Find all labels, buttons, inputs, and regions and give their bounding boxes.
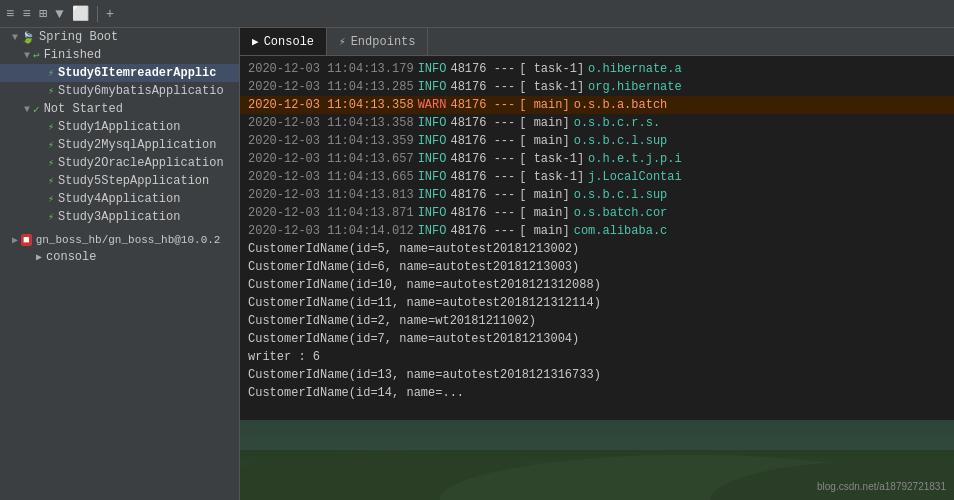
- sidebar-label-gn-boss: gn_boss_hb/gn_boss_hb@10.0.2: [36, 234, 221, 246]
- tabs-bar: ▶ Console ⚡ Endpoints: [240, 28, 954, 56]
- console-tab-icon: ▶: [252, 35, 259, 48]
- console-output[interactable]: 2020-12-03 11:04:13.179 INFO 48176 --- […: [240, 56, 954, 500]
- sidebar-item-study3[interactable]: ⚡ Study3Application: [0, 208, 239, 226]
- arrow-icon-not-started: ▼: [24, 104, 30, 115]
- sidebar-item-study6itemreader[interactable]: ⚡ Study6ItemreaderApplic: [0, 64, 239, 82]
- data-line-6: CustomerIdName(id=7, name=autotest201812…: [240, 330, 954, 348]
- sidebar-item-study2mysql[interactable]: ⚡ Study2MysqlApplication: [0, 136, 239, 154]
- sidebar-label-study2mysql: Study2MysqlApplication: [58, 138, 216, 152]
- toolbar-icon-2[interactable]: ≡: [22, 6, 30, 22]
- toolbar: ≡ ≡ ⊞ ▼ ⬜ +: [0, 0, 954, 28]
- log-line-4: 2020-12-03 11:04:13.358 INFO 48176 --- […: [240, 114, 954, 132]
- log-line-5: 2020-12-03 11:04:13.359 INFO 48176 --- […: [240, 132, 954, 150]
- data-line-8: CustomerIdName(id=14, name=...: [240, 384, 954, 402]
- console-area: ▶ Console ⚡ Endpoints 2020-12-03 11:04:1…: [240, 28, 954, 500]
- spring-boot-icon: 🍃: [21, 31, 35, 44]
- finished-icon: ↩: [33, 49, 40, 62]
- log-line-7: 2020-12-03 11:04:13.665 INFO 48176 --- […: [240, 168, 954, 186]
- main-layout: ▼ 🍃 Spring Boot ▼ ↩ Finished ⚡ Study6Ite…: [0, 28, 954, 500]
- data-line-1: CustomerIdName(id=5, name=autotest201812…: [240, 240, 954, 258]
- arrow-icon-gn-boss: ▶: [12, 234, 18, 246]
- svg-point-3: [710, 460, 954, 500]
- app-icon-study1: ⚡: [48, 121, 54, 133]
- arrow-icon: ▼: [12, 32, 18, 43]
- log-line-3: 2020-12-03 11:04:13.358 WARN 48176 --- […: [240, 96, 954, 114]
- sidebar-item-finished[interactable]: ▼ ↩ Finished: [0, 46, 239, 64]
- toolbar-icon-1[interactable]: ≡: [6, 6, 14, 22]
- sidebar-label-study3: Study3Application: [58, 210, 180, 224]
- app-icon-study4: ⚡: [48, 193, 54, 205]
- sidebar-item-study5step[interactable]: ⚡ Study5StepApplication: [0, 172, 239, 190]
- sidebar-label-study2oracle: Study2OracleApplication: [58, 156, 224, 170]
- data-line-4: CustomerIdName(id=11, name=autotest20181…: [240, 294, 954, 312]
- app-icon-study6mybatis: ⚡: [48, 85, 54, 97]
- tab-console[interactable]: ▶ Console: [240, 28, 327, 55]
- toolbar-icon-5[interactable]: ⬜: [72, 5, 89, 22]
- log-line-9: 2020-12-03 11:04:13.871 INFO 48176 --- […: [240, 204, 954, 222]
- watermark-text: blog.csdn.net/a18792721831: [817, 481, 946, 492]
- sidebar-item-spring-boot[interactable]: ▼ 🍃 Spring Boot: [0, 28, 239, 46]
- tab-console-label: Console: [264, 35, 314, 49]
- sidebar-item-study2oracle[interactable]: ⚡ Study2OracleApplication: [0, 154, 239, 172]
- data-line-writer: writer : 6: [240, 348, 954, 366]
- arrow-icon-finished: ▼: [24, 50, 30, 61]
- app-icon-study2mysql: ⚡: [48, 139, 54, 151]
- tab-endpoints-label: Endpoints: [351, 35, 416, 49]
- tab-endpoints[interactable]: ⚡ Endpoints: [327, 28, 428, 55]
- svg-point-1: [240, 450, 590, 500]
- app-icon-study5step: ⚡: [48, 175, 54, 187]
- toolbar-filter-icon[interactable]: ▼: [55, 6, 63, 22]
- sidebar-label-study1: Study1Application: [58, 120, 180, 134]
- app-icon-study6itemreader: ⚡: [48, 67, 54, 79]
- sidebar-label-study5step: Study5StepApplication: [58, 174, 209, 188]
- toolbar-add-icon[interactable]: +: [106, 6, 114, 22]
- sidebar-label-study6mybatis: Study6mybatisApplicatio: [58, 84, 224, 98]
- sidebar-item-study6mybatis[interactable]: ⚡ Study6mybatisApplicatio: [0, 82, 239, 100]
- sidebar-item-gn-boss[interactable]: ▶ ■ gn_boss_hb/gn_boss_hb@10.0.2: [0, 232, 239, 248]
- sidebar-label-study6itemreader: Study6ItemreaderApplic: [58, 66, 216, 80]
- log-line-6: 2020-12-03 11:04:13.657 INFO 48176 --- […: [240, 150, 954, 168]
- data-line-7: CustomerIdName(id=13, name=autotest20181…: [240, 366, 954, 384]
- sidebar-item-not-started[interactable]: ▼ ✓ Not Started: [0, 100, 239, 118]
- db-icon: ■: [21, 234, 32, 246]
- log-line-1: 2020-12-03 11:04:13.179 INFO 48176 --- […: [240, 60, 954, 78]
- svg-rect-4: [240, 420, 954, 450]
- log-line-10: 2020-12-03 11:04:14.012 INFO 48176 --- […: [240, 222, 954, 240]
- svg-point-2: [440, 455, 940, 500]
- data-line-5: CustomerIdName(id=2, name=wt20181211002): [240, 312, 954, 330]
- sidebar-label-spring-boot: Spring Boot: [39, 30, 118, 44]
- data-line-2: CustomerIdName(id=6, name=autotest201812…: [240, 258, 954, 276]
- log-line-2: 2020-12-03 11:04:13.285 INFO 48176 --- […: [240, 78, 954, 96]
- sidebar-item-study4[interactable]: ⚡ Study4Application: [0, 190, 239, 208]
- console-icon: ▶: [36, 251, 42, 263]
- sidebar-label-finished: Finished: [44, 48, 102, 62]
- sidebar-label-console: console: [46, 250, 96, 264]
- app-icon-study3: ⚡: [48, 211, 54, 223]
- endpoints-tab-icon: ⚡: [339, 35, 346, 48]
- sidebar-item-study1[interactable]: ⚡ Study1Application: [0, 118, 239, 136]
- sidebar-label-not-started: Not Started: [44, 102, 123, 116]
- toolbar-separator: [97, 6, 98, 22]
- app-icon-study2oracle: ⚡: [48, 157, 54, 169]
- sidebar-item-console[interactable]: ▶ console: [0, 248, 239, 266]
- log-line-8: 2020-12-03 11:04:13.813 INFO 48176 --- […: [240, 186, 954, 204]
- not-started-icon: ✓: [33, 103, 40, 116]
- sidebar: ▼ 🍃 Spring Boot ▼ ↩ Finished ⚡ Study6Ite…: [0, 28, 240, 500]
- sidebar-label-study4: Study4Application: [58, 192, 180, 206]
- data-line-3: CustomerIdName(id=10, name=autotest20181…: [240, 276, 954, 294]
- toolbar-icon-3[interactable]: ⊞: [39, 5, 47, 22]
